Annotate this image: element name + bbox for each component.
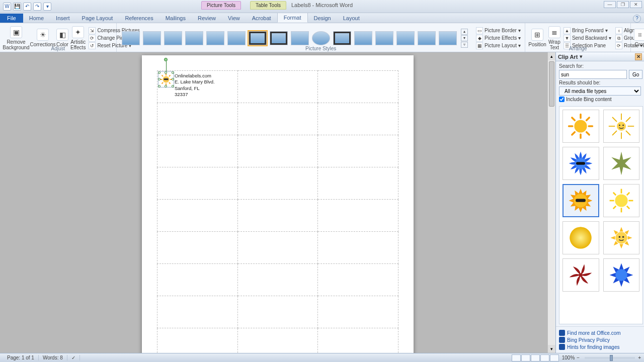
- scroll-down-arrow[interactable]: ▾: [548, 345, 555, 353]
- undo-icon[interactable]: ↶: [23, 3, 31, 11]
- taskpane-dropdown-icon[interactable]: ▾: [580, 53, 583, 60]
- label-cell[interactable]: [157, 103, 238, 135]
- clipart-result[interactable]: [603, 258, 640, 292]
- clipart-result[interactable]: [562, 110, 599, 143]
- minimize-button[interactable]: —: [604, 1, 616, 8]
- review-tab[interactable]: Review: [192, 14, 222, 23]
- zoom-out-button[interactable]: −: [577, 355, 580, 360]
- go-button[interactable]: Go: [629, 70, 642, 79]
- clipart-result[interactable]: [603, 147, 640, 180]
- label-cell[interactable]: [237, 167, 318, 200]
- clipart-result[interactable]: [562, 147, 599, 180]
- design-tab[interactable]: Design: [308, 14, 337, 23]
- zoom-level[interactable]: 100%: [562, 355, 575, 360]
- home-tab[interactable]: Home: [23, 14, 50, 23]
- style-thumb[interactable]: [270, 31, 288, 45]
- label-cell[interactable]: [237, 264, 318, 296]
- document-scroll-area[interactable]: Onlinelabels.com E. Lake Mary Blvd. Sanf…: [0, 52, 555, 353]
- full-screen-view[interactable]: [521, 354, 530, 361]
- style-thumb[interactable]: [333, 31, 351, 45]
- insert-tab[interactable]: Insert: [50, 14, 76, 23]
- page-layout-tab[interactable]: Page Layout: [76, 14, 119, 23]
- style-thumb[interactable]: [164, 31, 182, 45]
- picture-border-button[interactable]: ▭Picture Border ▾: [475, 27, 522, 34]
- corrections-button[interactable]: ☀Corrections: [31, 29, 54, 47]
- vertical-scrollbar[interactable]: ▴ ▾: [547, 52, 555, 353]
- label-cell[interactable]: [237, 135, 318, 167]
- style-thumb[interactable]: [418, 31, 436, 45]
- style-thumb[interactable]: [185, 31, 203, 45]
- label-cell[interactable]: [157, 232, 238, 264]
- word-count[interactable]: Words: 8: [39, 355, 67, 360]
- clipart-result[interactable]: [603, 184, 640, 217]
- search-input[interactable]: [559, 70, 627, 79]
- label-cell[interactable]: [157, 264, 238, 296]
- qat-customize-icon[interactable]: ▾: [43, 3, 51, 11]
- style-thumb[interactable]: [206, 31, 224, 45]
- gallery-scroll-up[interactable]: ▴: [461, 29, 468, 35]
- view-tab[interactable]: View: [222, 14, 246, 23]
- label-cell[interactable]: [318, 135, 398, 167]
- label-cell[interactable]: [318, 103, 398, 135]
- label-cell[interactable]: [237, 103, 318, 135]
- label-cell[interactable]: [318, 264, 398, 296]
- outline-view[interactable]: [540, 354, 549, 361]
- style-thumb[interactable]: [122, 31, 140, 45]
- label-cell[interactable]: [157, 328, 238, 353]
- zoom-in-button[interactable]: +: [638, 355, 641, 360]
- gallery-scroll-down[interactable]: ▾: [461, 35, 468, 41]
- label-cell[interactable]: [237, 200, 318, 232]
- print-layout-view[interactable]: [512, 354, 521, 361]
- color-button[interactable]: ◧Color: [56, 29, 68, 47]
- selected-clipart-sun[interactable]: [159, 73, 173, 86]
- proofing-icon[interactable]: ✓: [67, 355, 80, 360]
- position-button[interactable]: ⊞Position: [528, 29, 546, 47]
- send-backward-button[interactable]: ▼Send Backward ▾: [562, 35, 612, 42]
- clipart-result[interactable]: [562, 221, 599, 254]
- format-tab[interactable]: Format: [277, 13, 308, 23]
- scroll-up-arrow[interactable]: ▴: [548, 52, 555, 60]
- label-cell[interactable]: [157, 167, 238, 200]
- taskpane-close-button[interactable]: ✕: [635, 53, 642, 60]
- save-icon[interactable]: 💾: [13, 3, 21, 11]
- crop-button[interactable]: ⌗Crop: [634, 29, 644, 47]
- label-cell[interactable]: [318, 71, 398, 103]
- label-cell[interactable]: [318, 296, 398, 328]
- label-cell[interactable]: Onlinelabels.com E. Lake Mary Blvd. Sanf…: [157, 71, 238, 103]
- label-cell[interactable]: [237, 232, 318, 264]
- address-text[interactable]: Onlinelabels.com E. Lake Mary Blvd. Sanf…: [175, 73, 215, 98]
- label-cell[interactable]: [318, 232, 398, 264]
- label-cell[interactable]: [318, 200, 398, 232]
- bing-privacy-link[interactable]: Bing Privacy Policy: [559, 337, 641, 343]
- help-icon[interactable]: ?: [633, 15, 641, 23]
- clipart-results-grid[interactable]: [559, 106, 643, 324]
- style-thumb[interactable]: [396, 31, 415, 45]
- find-more-link[interactable]: Find more at Office.com: [559, 330, 641, 336]
- acrobat-tab[interactable]: Acrobat: [246, 14, 277, 23]
- clipart-result-selected[interactable]: [562, 184, 599, 217]
- style-thumb[interactable]: [143, 31, 161, 45]
- include-bing-checkbox[interactable]: [559, 97, 565, 102]
- style-thumb[interactable]: [291, 31, 309, 45]
- media-types-select[interactable]: All media file types: [559, 86, 641, 96]
- restore-button[interactable]: ❐: [617, 1, 629, 8]
- hints-link[interactable]: Hints for finding images: [559, 344, 641, 350]
- close-button[interactable]: ✕: [630, 1, 642, 8]
- file-tab[interactable]: File: [0, 14, 23, 23]
- picture-effects-button[interactable]: ◆Picture Effects ▾: [475, 35, 522, 42]
- label-cell[interactable]: [157, 296, 238, 328]
- redo-icon[interactable]: ↷: [33, 3, 41, 11]
- layout-tab[interactable]: Layout: [337, 14, 366, 23]
- label-cell[interactable]: [318, 167, 398, 200]
- rotate-handle[interactable]: [164, 58, 168, 61]
- scroll-thumb[interactable]: [549, 61, 554, 107]
- label-cell[interactable]: [318, 328, 398, 353]
- label-cell[interactable]: [237, 71, 318, 103]
- style-thumb[interactable]: [375, 31, 393, 45]
- web-layout-view[interactable]: [531, 354, 540, 361]
- style-thumb[interactable]: [439, 31, 457, 45]
- clipart-result[interactable]: [603, 221, 640, 254]
- zoom-slider[interactable]: [585, 357, 635, 359]
- label-cell[interactable]: [237, 296, 318, 328]
- style-thumb[interactable]: [354, 31, 372, 45]
